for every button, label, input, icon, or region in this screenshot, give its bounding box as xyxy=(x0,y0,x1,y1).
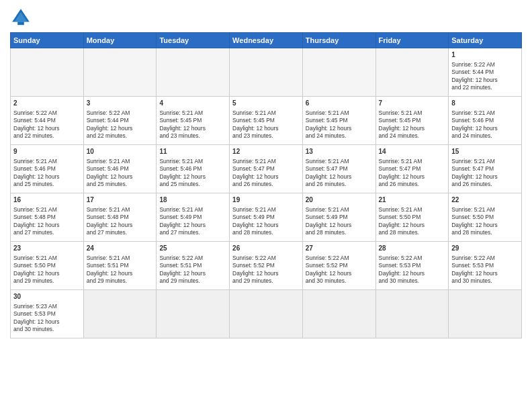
day-number: 18 xyxy=(159,195,226,205)
day-info: Sunrise: 5:22 AM Sunset: 5:44 PM Dayligh… xyxy=(87,109,154,140)
calendar-cell: 9Sunrise: 5:21 AM Sunset: 5:46 PM Daylig… xyxy=(11,145,84,193)
calendar-cell xyxy=(157,290,230,338)
calendar-week-4: 16Sunrise: 5:21 AM Sunset: 5:48 PM Dayli… xyxy=(11,193,522,242)
day-info: Sunrise: 5:22 AM Sunset: 5:53 PM Dayligh… xyxy=(379,255,446,285)
calendar-cell: 1Sunrise: 5:22 AM Sunset: 5:44 PM Daylig… xyxy=(449,48,522,97)
calendar-cell: 30Sunrise: 5:23 AM Sunset: 5:53 PM Dayli… xyxy=(11,290,84,338)
day-number: 7 xyxy=(379,99,446,108)
calendar-cell: 13Sunrise: 5:21 AM Sunset: 5:47 PM Dayli… xyxy=(302,145,375,193)
day-info: Sunrise: 5:21 AM Sunset: 5:45 PM Dayligh… xyxy=(379,109,446,140)
day-number: 3 xyxy=(87,99,154,108)
calendar-header: SundayMondayTuesdayWednesdayThursdayFrid… xyxy=(11,33,522,48)
day-info: Sunrise: 5:22 AM Sunset: 5:53 PM Dayligh… xyxy=(451,255,519,285)
day-number: 2 xyxy=(13,99,81,108)
calendar-cell: 3Sunrise: 5:22 AM Sunset: 5:44 PM Daylig… xyxy=(83,97,157,145)
calendar-cell xyxy=(83,48,157,97)
day-number: 29 xyxy=(451,244,519,253)
calendar-body: 1Sunrise: 5:22 AM Sunset: 5:44 PM Daylig… xyxy=(11,48,522,338)
calendar-cell xyxy=(11,48,84,97)
day-number: 9 xyxy=(13,147,81,156)
day-info: Sunrise: 5:21 AM Sunset: 5:46 PM Dayligh… xyxy=(451,109,519,140)
calendar-cell: 11Sunrise: 5:21 AM Sunset: 5:46 PM Dayli… xyxy=(157,145,230,193)
day-info: Sunrise: 5:22 AM Sunset: 5:44 PM Dayligh… xyxy=(13,109,81,140)
day-info: Sunrise: 5:21 AM Sunset: 5:50 PM Dayligh… xyxy=(379,206,446,237)
day-info: Sunrise: 5:22 AM Sunset: 5:52 PM Dayligh… xyxy=(232,255,300,285)
day-number: 10 xyxy=(87,147,154,156)
calendar-cell: 23Sunrise: 5:21 AM Sunset: 5:50 PM Dayli… xyxy=(11,242,84,290)
calendar-cell: 26Sunrise: 5:22 AM Sunset: 5:52 PM Dayli… xyxy=(230,242,303,290)
calendar-cell: 5Sunrise: 5:21 AM Sunset: 5:45 PM Daylig… xyxy=(230,97,303,145)
day-number: 25 xyxy=(159,244,226,253)
day-number: 20 xyxy=(306,195,373,205)
day-info: Sunrise: 5:21 AM Sunset: 5:46 PM Dayligh… xyxy=(87,158,154,189)
svg-rect-2 xyxy=(17,21,24,25)
day-number: 21 xyxy=(379,195,446,205)
calendar-week-1: 1Sunrise: 5:22 AM Sunset: 5:44 PM Daylig… xyxy=(11,48,522,97)
day-number: 26 xyxy=(232,244,300,253)
calendar-week-5: 23Sunrise: 5:21 AM Sunset: 5:50 PM Dayli… xyxy=(11,242,522,290)
day-number: 8 xyxy=(451,99,519,108)
calendar-table: SundayMondayTuesdayWednesdayThursdayFrid… xyxy=(10,32,522,338)
day-number: 16 xyxy=(13,195,81,205)
calendar-cell: 27Sunrise: 5:22 AM Sunset: 5:52 PM Dayli… xyxy=(302,242,375,290)
day-info: Sunrise: 5:21 AM Sunset: 5:51 PM Dayligh… xyxy=(87,255,154,285)
day-number: 13 xyxy=(306,147,373,156)
calendar-cell xyxy=(230,48,303,97)
day-info: Sunrise: 5:22 AM Sunset: 5:51 PM Dayligh… xyxy=(159,255,226,285)
calendar-cell: 14Sunrise: 5:21 AM Sunset: 5:47 PM Dayli… xyxy=(375,145,449,193)
day-number: 30 xyxy=(13,292,81,302)
calendar-cell xyxy=(157,48,230,97)
day-number: 6 xyxy=(306,99,373,108)
calendar-week-6: 30Sunrise: 5:23 AM Sunset: 5:53 PM Dayli… xyxy=(11,290,522,338)
day-info: Sunrise: 5:21 AM Sunset: 5:47 PM Dayligh… xyxy=(379,158,446,189)
calendar-cell: 29Sunrise: 5:22 AM Sunset: 5:53 PM Dayli… xyxy=(449,242,522,290)
calendar-cell: 10Sunrise: 5:21 AM Sunset: 5:46 PM Dayli… xyxy=(83,145,157,193)
day-number: 28 xyxy=(379,244,446,253)
day-info: Sunrise: 5:21 AM Sunset: 5:49 PM Dayligh… xyxy=(232,206,300,237)
calendar-cell: 16Sunrise: 5:21 AM Sunset: 5:48 PM Dayli… xyxy=(11,193,84,242)
calendar-week-2: 2Sunrise: 5:22 AM Sunset: 5:44 PM Daylig… xyxy=(11,97,522,145)
calendar-cell: 15Sunrise: 5:21 AM Sunset: 5:47 PM Dayli… xyxy=(449,145,522,193)
calendar-cell xyxy=(449,290,522,338)
day-info: Sunrise: 5:21 AM Sunset: 5:50 PM Dayligh… xyxy=(13,255,81,285)
calendar-cell: 22Sunrise: 5:21 AM Sunset: 5:50 PM Dayli… xyxy=(449,193,522,242)
day-info: Sunrise: 5:21 AM Sunset: 5:45 PM Dayligh… xyxy=(159,109,226,140)
calendar-cell: 25Sunrise: 5:22 AM Sunset: 5:51 PM Dayli… xyxy=(157,242,230,290)
day-number: 22 xyxy=(451,195,519,205)
day-number: 14 xyxy=(379,147,446,156)
calendar-cell: 24Sunrise: 5:21 AM Sunset: 5:51 PM Dayli… xyxy=(83,242,157,290)
weekday-header-thursday: Thursday xyxy=(302,33,375,48)
calendar-cell: 20Sunrise: 5:21 AM Sunset: 5:49 PM Dayli… xyxy=(302,193,375,242)
day-number: 15 xyxy=(451,147,519,156)
calendar-cell: 8Sunrise: 5:21 AM Sunset: 5:46 PM Daylig… xyxy=(449,97,522,145)
calendar-cell: 6Sunrise: 5:21 AM Sunset: 5:45 PM Daylig… xyxy=(302,97,375,145)
calendar-cell: 4Sunrise: 5:21 AM Sunset: 5:45 PM Daylig… xyxy=(157,97,230,145)
calendar-cell xyxy=(375,48,449,97)
calendar-cell: 17Sunrise: 5:21 AM Sunset: 5:48 PM Dayli… xyxy=(83,193,157,242)
calendar-cell xyxy=(302,48,375,97)
logo xyxy=(10,7,34,28)
day-info: Sunrise: 5:22 AM Sunset: 5:52 PM Dayligh… xyxy=(306,255,373,285)
weekday-header-sunday: Sunday xyxy=(11,33,84,48)
day-info: Sunrise: 5:21 AM Sunset: 5:49 PM Dayligh… xyxy=(159,206,226,237)
calendar-cell: 28Sunrise: 5:22 AM Sunset: 5:53 PM Dayli… xyxy=(375,242,449,290)
weekday-header-tuesday: Tuesday xyxy=(157,33,230,48)
day-info: Sunrise: 5:21 AM Sunset: 5:48 PM Dayligh… xyxy=(13,206,81,237)
day-info: Sunrise: 5:21 AM Sunset: 5:47 PM Dayligh… xyxy=(232,158,300,189)
calendar-cell: 2Sunrise: 5:22 AM Sunset: 5:44 PM Daylig… xyxy=(11,97,84,145)
logo-icon xyxy=(10,7,32,28)
day-info: Sunrise: 5:21 AM Sunset: 5:45 PM Dayligh… xyxy=(232,109,300,140)
day-number: 19 xyxy=(232,195,300,205)
day-info: Sunrise: 5:21 AM Sunset: 5:50 PM Dayligh… xyxy=(451,206,519,237)
day-info: Sunrise: 5:22 AM Sunset: 5:44 PM Dayligh… xyxy=(451,61,519,92)
weekday-header-monday: Monday xyxy=(83,33,157,48)
page-header xyxy=(10,7,522,28)
day-info: Sunrise: 5:21 AM Sunset: 5:47 PM Dayligh… xyxy=(306,158,373,189)
day-number: 12 xyxy=(232,147,300,156)
day-number: 1 xyxy=(451,50,519,60)
calendar-cell: 12Sunrise: 5:21 AM Sunset: 5:47 PM Dayli… xyxy=(230,145,303,193)
day-number: 4 xyxy=(159,99,226,108)
day-info: Sunrise: 5:21 AM Sunset: 5:48 PM Dayligh… xyxy=(87,206,154,237)
day-info: Sunrise: 5:21 AM Sunset: 5:46 PM Dayligh… xyxy=(13,158,81,189)
calendar-cell: 21Sunrise: 5:21 AM Sunset: 5:50 PM Dayli… xyxy=(375,193,449,242)
